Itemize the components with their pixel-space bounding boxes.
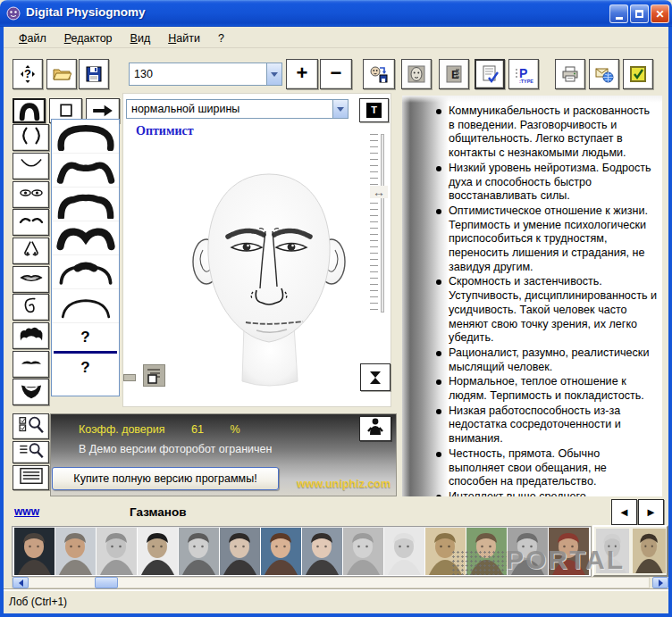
prev-icon: ◄ (618, 505, 630, 519)
celebrity-photo[interactable] (343, 528, 383, 575)
hair-icon (16, 323, 46, 348)
celebrity-photo[interactable] (220, 528, 260, 575)
celebrity-photo[interactable] (179, 528, 219, 575)
status-bar: Лоб (Ctrl+1) (4, 589, 668, 613)
watermark-title: PORTAL (506, 545, 625, 575)
svg-text:?: ? (24, 67, 31, 80)
confidence-value: 61 (191, 423, 204, 436)
full-description-button[interactable] (13, 465, 49, 490)
photo-scroll-left-button[interactable] (13, 577, 29, 588)
window-border-left (0, 27, 4, 617)
slider-track[interactable] (381, 134, 384, 313)
menu-view[interactable]: Вид (122, 30, 159, 46)
menu-help[interactable]: ? (210, 30, 232, 46)
tab-face-outline[interactable] (13, 124, 49, 151)
forehead-variant-6[interactable] (52, 289, 119, 323)
zoom-out-button[interactable]: − (320, 59, 352, 89)
forehead-variant-4[interactable] (52, 221, 119, 255)
trait-bullet: Честность, прямота. Обычно выполняет сво… (434, 447, 658, 489)
feature-width-dropdown-arrow[interactable] (332, 100, 348, 118)
export-portrait-button[interactable] (363, 59, 395, 89)
tab-mustache[interactable] (13, 351, 49, 378)
forehead-variant-3[interactable] (52, 188, 119, 221)
menu-editor[interactable]: Редактор (56, 30, 121, 46)
tab-chin[interactable] (13, 153, 49, 179)
print-button[interactable] (555, 59, 585, 89)
zoom-combobox[interactable]: 130 (129, 63, 282, 86)
www-link[interactable]: www (14, 505, 39, 518)
celebrity-photo[interactable] (633, 529, 666, 573)
maximize-button[interactable] (630, 4, 649, 23)
description-button[interactable] (475, 59, 505, 89)
photofit-face[interactable] (167, 156, 371, 396)
text-lines-icon (17, 465, 46, 490)
minimize-button[interactable] (609, 4, 628, 23)
celebrity-photo[interactable] (14, 528, 55, 575)
trait-bullet: Коммуникабельность и раскованность в пов… (434, 104, 658, 161)
buy-full-version-button[interactable]: Купите полную версию программы! (52, 467, 279, 490)
zoom-dropdown-arrow[interactable] (266, 63, 281, 85)
photo-scroll-right-button[interactable] (652, 577, 668, 588)
forehead-variant-unknown[interactable]: ? (52, 323, 119, 351)
email-button[interactable] (589, 59, 619, 89)
forehead-variant-list: ? ? (51, 119, 120, 396)
photofit-mode-button[interactable] (359, 416, 391, 441)
face-scheme-button[interactable]: T (359, 98, 389, 122)
celebrity-photo[interactable] (55, 528, 96, 575)
collapse-panel-button[interactable] (360, 363, 391, 391)
traits-list-button[interactable]: E (439, 59, 469, 89)
psychotype-button[interactable]: P:TYPE (508, 59, 539, 89)
buy-button-label: Купите полную версию программы! (73, 472, 256, 485)
search-by-description-button[interactable] (13, 441, 49, 463)
search-checkboxes-icon (17, 414, 46, 439)
confidence-label: Коэфф. доверия (79, 423, 165, 436)
forehead-variant-unknown-2[interactable]: ? (52, 354, 119, 381)
zoom-in-button[interactable]: + (286, 59, 318, 89)
menu-find[interactable]: Найти (160, 30, 208, 46)
celebrity-photo[interactable] (302, 528, 342, 575)
app-icon (6, 6, 21, 21)
menu-file[interactable]: Файл (11, 30, 55, 46)
feature-width-combobox[interactable]: нормальной ширины (126, 99, 349, 119)
gallery-next-button[interactable]: ► (638, 499, 664, 525)
slider-handle[interactable]: ↔ (370, 186, 388, 198)
search-by-traits-button[interactable] (13, 413, 49, 439)
forehead-variant-1[interactable] (52, 120, 119, 154)
eyebrows-icon (16, 210, 46, 235)
tab-beard[interactable] (13, 379, 49, 405)
open-button[interactable] (46, 59, 77, 89)
tab-lips[interactable] (13, 266, 49, 293)
forehead-variant-2[interactable] (52, 154, 119, 188)
celebrity-photo[interactable] (261, 528, 301, 575)
celebrity-photo[interactable] (138, 528, 178, 575)
tab-eyebrows[interactable] (13, 209, 49, 236)
toolbar: ? 130 + − E P:TYPE (4, 48, 668, 93)
random-face-button[interactable]: ? (13, 59, 43, 89)
window-border-bottom (0, 613, 672, 617)
uniphiz-site-link[interactable]: www.uniphiz.com (297, 478, 391, 490)
splitter-handle[interactable] (123, 374, 136, 381)
gallery-prev-button[interactable]: ◄ (611, 499, 637, 525)
save-button[interactable] (79, 59, 109, 89)
trait-bullet: Рационалист, разумно, реалистически мысл… (434, 346, 658, 374)
tab-forehead[interactable] (13, 98, 46, 123)
svg-text::TYPE: :TYPE (519, 79, 533, 84)
celebrity-photo[interactable] (97, 528, 137, 575)
layout-toggle-button[interactable] (143, 364, 165, 387)
options-button[interactable] (623, 59, 653, 89)
tab-eyes[interactable] (13, 181, 49, 208)
tab-nose[interactable] (13, 238, 49, 264)
celebrity-photo[interactable] (384, 528, 424, 575)
photo-scrollbar-thumb[interactable] (95, 577, 118, 588)
close-button[interactable]: ✕ (651, 4, 669, 23)
face-outline-icon (16, 125, 46, 150)
portrait-view-button[interactable] (401, 59, 432, 89)
forehead-variant-5[interactable] (52, 255, 119, 289)
close-icon: ✕ (655, 8, 664, 21)
next-icon: ► (645, 505, 657, 519)
title-bar: Digital Physiognomy ✕ (0, 0, 672, 27)
tab-hair[interactable] (13, 322, 49, 349)
tab-ear[interactable] (13, 294, 49, 321)
width-slider[interactable]: ↔ (368, 134, 388, 313)
confidence-unit: % (230, 423, 239, 436)
